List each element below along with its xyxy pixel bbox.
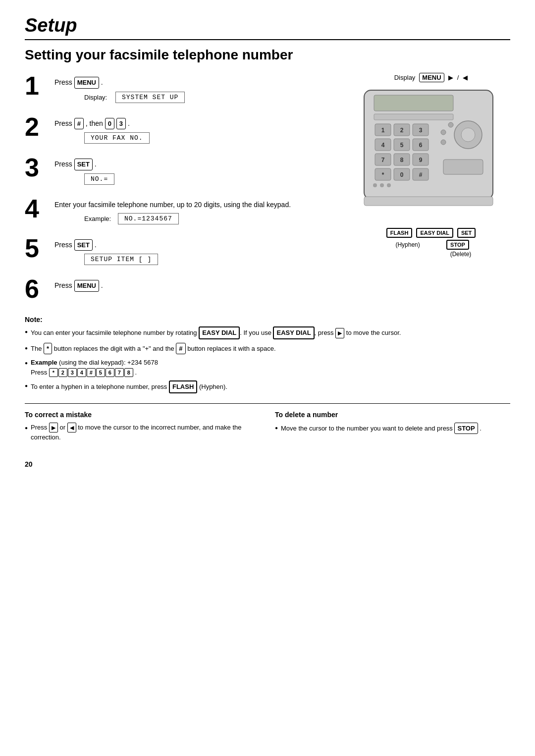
svg-text:7: 7 — [381, 157, 385, 163]
svg-text:8: 8 — [400, 157, 404, 163]
set-key-3: SET — [74, 159, 93, 170]
svg-point-29 — [387, 183, 391, 187]
easy-dial-ref-2: EASY DIAL — [273, 326, 314, 339]
fax-menu-label: MENU — [419, 73, 444, 82]
step-2-display-row: YOUR FAX NO. — [84, 132, 342, 144]
step-1-display-box: SYSTEM SET UP — [115, 92, 185, 103]
page-title: Setup — [25, 15, 510, 40]
step-6: 6 Press MENU . — [25, 276, 342, 302]
delete-list: Move the cursor to the number you want t… — [275, 423, 510, 434]
svg-rect-1 — [374, 95, 453, 111]
main-content: 1 Press MENU . Display: SYSTEM SET UP 2 … — [25, 73, 510, 311]
delete-title: To delete a number — [275, 411, 510, 419]
flash-button-label: FLASH — [386, 228, 413, 238]
easy-dial-ref-1: EASY DIAL — [199, 326, 240, 339]
flash-hyphen-label: (Hyphen) — [393, 241, 423, 248]
fax-back-arrow: ◀ — [463, 74, 468, 81]
seq-2: 2 — [58, 368, 67, 377]
seq-4: 4 — [77, 368, 86, 377]
svg-text:#: # — [419, 171, 423, 178]
step-3-display-row: NO.= — [84, 173, 342, 185]
three-key: 3 — [116, 118, 126, 130]
step-5-content: Press SET . SETUP ITEM [ ] — [54, 235, 342, 268]
step-5: 5 Press SET . SETUP ITEM [ ] — [25, 235, 342, 268]
seq-6: 6 — [106, 368, 114, 377]
svg-point-31 — [461, 128, 475, 142]
fax-display-label: Display — [394, 74, 416, 81]
step-1-display-label: Display: — [84, 94, 111, 101]
svg-point-32 — [441, 130, 446, 135]
svg-point-28 — [380, 183, 384, 187]
star-key-note: * — [44, 343, 52, 355]
step-1-display-row: Display: SYSTEM SET UP — [84, 92, 342, 103]
fwd-arrow-bottom: ▶ — [49, 423, 58, 433]
steps-column: 1 Press MENU . Display: SYSTEM SET UP 2 … — [25, 73, 342, 311]
svg-text:5: 5 — [400, 142, 404, 149]
flash-ref: FLASH — [169, 380, 197, 393]
svg-text:3: 3 — [419, 127, 423, 134]
easy-dial-button-label: EASY DIAL — [416, 228, 453, 238]
step-3: 3 Press SET . NO.= — [25, 155, 342, 187]
step-1-number: 1 — [25, 73, 50, 99]
step-4-example-label: Example: — [84, 215, 114, 222]
svg-point-34 — [448, 122, 453, 127]
svg-text:1: 1 — [381, 127, 385, 134]
step-3-content: Press SET . NO.= — [54, 155, 342, 187]
step-2-display-box: YOUR FAX NO. — [84, 132, 150, 144]
step-3-text: Press SET . — [54, 159, 342, 170]
step-4-example-box: NO.=1234567 — [118, 213, 179, 224]
step-4-content: Enter your facsimile telephone number, u… — [54, 196, 342, 226]
step-4: 4 Enter your facsimile telephone number,… — [25, 196, 342, 226]
back-arrow-bottom: ◀ — [67, 423, 76, 433]
correct-item-1: Press ▶ or ◀ to move the cursor to the i… — [25, 423, 260, 442]
step-4-text: Enter your facsimile telephone number, u… — [54, 200, 342, 210]
step-1-content: Press MENU . Display: SYSTEM SET UP — [54, 73, 342, 105]
svg-rect-35 — [443, 160, 483, 174]
svg-text:4: 4 — [381, 142, 385, 149]
stop-delete-label: (Delete) — [450, 251, 472, 258]
fax-machine-svg: 1 2 3 4 5 6 7 8 9 * — [359, 85, 503, 224]
hash-key: # — [74, 118, 84, 130]
menu-key-1: MENU — [74, 77, 99, 89]
fax-illustration-col: Display MENU ▶/◀ 1 2 3 — [352, 73, 510, 311]
step-2-content: Press # , then 0 3 . YOUR FAX NO. — [54, 114, 342, 146]
menu-key-6: MENU — [74, 280, 99, 292]
fax-button-labels-row: FLASH EASY DIAL SET — [386, 228, 476, 238]
svg-text:9: 9 — [419, 157, 423, 163]
note-item-2: The * button replaces the digit with a "… — [25, 343, 510, 355]
svg-text:*: * — [382, 171, 384, 178]
fax-forward-arrow: ▶ — [448, 74, 453, 81]
correct-title: To correct a mistake — [25, 411, 260, 419]
seq-8: 8 — [124, 368, 133, 377]
step-3-number: 3 — [25, 155, 50, 180]
seq-3: 3 — [68, 368, 77, 377]
delete-col: To delete a number Move the cursor to th… — [275, 411, 510, 445]
seq-star: * — [49, 368, 58, 377]
page-container: Setup Setting your facsimile telephone n… — [25, 15, 510, 468]
delete-item-1: Move the cursor to the number you want t… — [275, 423, 510, 434]
svg-point-33 — [441, 140, 446, 145]
page-number: 20 — [25, 460, 510, 468]
svg-rect-36 — [364, 197, 493, 206]
step-3-display-box: NO.= — [84, 173, 114, 185]
step-5-display-box: SETUP ITEM [ ] — [84, 254, 158, 265]
step-1: 1 Press MENU . Display: SYSTEM SET UP — [25, 73, 342, 105]
seq-hash: # — [87, 368, 96, 377]
step-6-text: Press MENU . — [54, 280, 342, 292]
press-sequence: * 2 3 4 # 5 6 7 8 — [49, 368, 133, 377]
set-button-label: SET — [457, 228, 476, 238]
svg-rect-2 — [374, 114, 453, 120]
bottom-section: To correct a mistake Press ▶ or ◀ to mov… — [25, 403, 510, 445]
svg-text:2: 2 — [400, 127, 404, 134]
example-label-note: Example — [31, 359, 57, 366]
svg-text:0: 0 — [400, 171, 404, 178]
step-2: 2 Press # , then 0 3 . YOUR FAX NO. — [25, 114, 342, 146]
svg-point-27 — [373, 183, 377, 187]
step-6-number: 6 — [25, 276, 50, 302]
set-key-5: SET — [74, 239, 93, 251]
correct-list: Press ▶ or ◀ to move the cursor to the i… — [25, 423, 260, 442]
forward-arrow-key: ▶ — [335, 328, 344, 338]
step-5-display-row: SETUP ITEM [ ] — [84, 254, 342, 265]
section-title: Setting your facsimile telephone number — [25, 47, 510, 63]
seq-7: 7 — [115, 368, 124, 377]
